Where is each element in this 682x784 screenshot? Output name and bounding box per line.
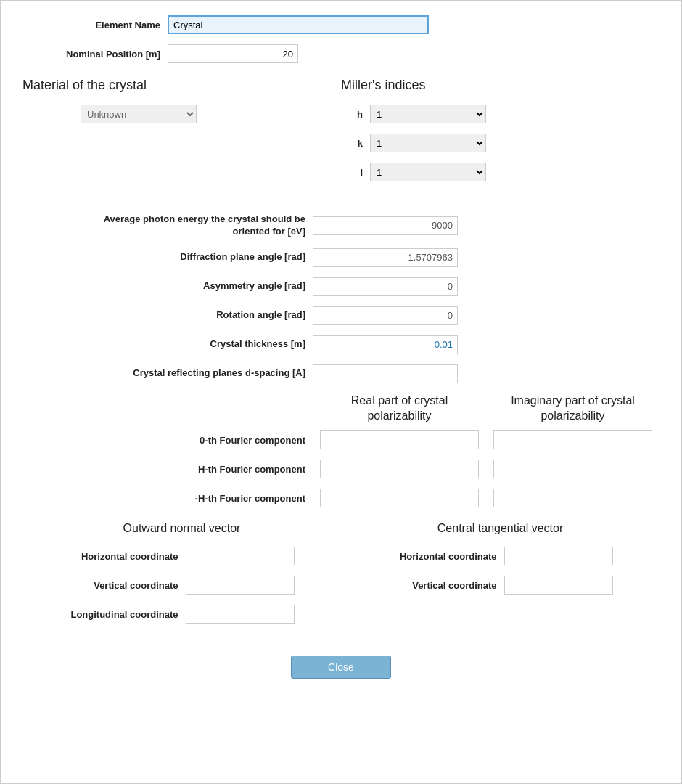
fourier-h-real-input[interactable]: [320, 460, 479, 478]
fourier-0-real-input[interactable]: [320, 430, 479, 449]
close-button[interactable]: Close: [291, 656, 391, 679]
outward-v-row: Vertical coordinate: [22, 576, 341, 595]
asymmetry-angle-input[interactable]: [313, 277, 458, 296]
outward-h-input[interactable]: [186, 547, 295, 565]
miller-h-row: h 1 0 -1 2 -2: [341, 105, 660, 123]
outward-l-label: Longitudinal coordinate: [70, 609, 186, 620]
millers-col: Miller's indices h 1 0 -1 2 -2 k 1 0 -1 …: [341, 78, 660, 192]
polar-spacer: [22, 393, 313, 424]
rotation-angle-label: Rotation angle [rad]: [22, 309, 313, 322]
avg-photon-row: Average photon energy the crystal should…: [22, 213, 660, 238]
fourier-nh-label: -H-th Fourier component: [22, 493, 313, 504]
polar-imag-header: Imaginary part of crystal polarizability: [486, 393, 660, 424]
d-spacing-input[interactable]: [313, 364, 458, 383]
main-container: Element Name Nominal Position [m] Materi…: [0, 0, 682, 784]
rotation-angle-row: Rotation angle [rad]: [22, 306, 660, 325]
fourier-nh-row: -H-th Fourier component: [22, 489, 660, 507]
miller-l-select[interactable]: 1 0 -1 2 -2: [370, 163, 486, 181]
millers-title: Miller's indices: [341, 78, 660, 93]
diffraction-plane-row: Diffraction plane angle [rad]: [22, 248, 660, 267]
fourier-h-imag-input[interactable]: [493, 460, 652, 478]
nominal-position-input[interactable]: [168, 44, 298, 63]
crystal-thickness-row: Crystal thickness [m]: [22, 335, 660, 354]
miller-k-label: k: [341, 138, 370, 149]
crystal-thickness-input[interactable]: [313, 335, 458, 354]
central-tangential-col: Central tangential vector Horizontal coo…: [341, 522, 660, 634]
miller-l-label: l: [341, 167, 370, 178]
rotation-angle-input[interactable]: [313, 306, 458, 325]
miller-h-label: h: [341, 109, 370, 120]
central-h-input[interactable]: [504, 547, 613, 565]
asymmetry-angle-row: Asymmetry angle [rad]: [22, 277, 660, 296]
material-col: Material of the crystal Unknown Silicon …: [22, 78, 341, 192]
outward-h-label: Horizontal coordinate: [70, 551, 186, 562]
outward-h-row: Horizontal coordinate: [22, 547, 341, 565]
central-v-label: Vertical coordinate: [388, 580, 504, 591]
fourier-nh-imag-input[interactable]: [493, 489, 652, 507]
central-h-label: Horizontal coordinate: [388, 551, 504, 562]
diffraction-plane-label: Diffraction plane angle [rad]: [22, 251, 313, 264]
element-name-row: Element Name: [22, 15, 660, 34]
polar-header: Real part of crystal polarizability Imag…: [22, 393, 660, 424]
crystal-thickness-label: Crystal thickness [m]: [22, 338, 313, 351]
outward-v-label: Vertical coordinate: [70, 580, 186, 591]
miller-k-select[interactable]: 1 0 -1 2 -2: [370, 134, 486, 152]
nominal-position-label: Nominal Position [m]: [22, 49, 168, 60]
central-v-input[interactable]: [504, 576, 613, 595]
fourier-0-imag-input[interactable]: [493, 430, 652, 449]
outward-normal-title: Outward normal vector: [22, 522, 341, 535]
fourier-h-label: H-th Fourier component: [22, 464, 313, 475]
close-button-row: Close: [22, 656, 660, 679]
outward-l-input[interactable]: [186, 605, 295, 624]
fourier-h-row: H-th Fourier component: [22, 460, 660, 478]
outward-v-input[interactable]: [186, 576, 295, 595]
material-title: Material of the crystal: [22, 78, 341, 93]
d-spacing-row: Crystal reflecting planes d-spacing [A]: [22, 364, 660, 383]
central-tangential-title: Central tangential vector: [341, 522, 660, 535]
element-name-label: Element Name: [22, 20, 168, 30]
vectors-section: Outward normal vector Horizontal coordin…: [22, 522, 660, 634]
d-spacing-label: Crystal reflecting planes d-spacing [A]: [22, 367, 313, 380]
outward-normal-col: Outward normal vector Horizontal coordin…: [22, 522, 341, 634]
miller-k-row: k 1 0 -1 2 -2: [341, 134, 660, 152]
miller-l-row: l 1 0 -1 2 -2: [341, 163, 660, 181]
asymmetry-angle-label: Asymmetry angle [rad]: [22, 280, 313, 293]
polar-real-header: Real part of crystal polarizability: [313, 393, 486, 424]
outward-l-row: Longitudinal coordinate: [22, 605, 341, 624]
miller-h-select[interactable]: 1 0 -1 2 -2: [370, 105, 486, 123]
polarizability-section: Real part of crystal polarizability Imag…: [22, 393, 660, 508]
fourier-0-row: 0-th Fourier component: [22, 430, 660, 449]
avg-photon-label: Average photon energy the crystal should…: [22, 213, 313, 238]
central-h-row: Horizontal coordinate: [341, 547, 660, 565]
fourier-nh-real-input[interactable]: [320, 489, 479, 507]
avg-photon-input[interactable]: [313, 216, 458, 235]
material-millers-section: Material of the crystal Unknown Silicon …: [22, 78, 660, 192]
nominal-position-row: Nominal Position [m]: [22, 44, 660, 63]
material-select[interactable]: Unknown Silicon Germanium Diamond: [81, 105, 197, 123]
fourier-0-label: 0-th Fourier component: [22, 435, 313, 446]
central-v-row: Vertical coordinate: [341, 576, 660, 595]
element-name-input[interactable]: [168, 15, 429, 34]
diffraction-plane-input[interactable]: [313, 248, 458, 267]
